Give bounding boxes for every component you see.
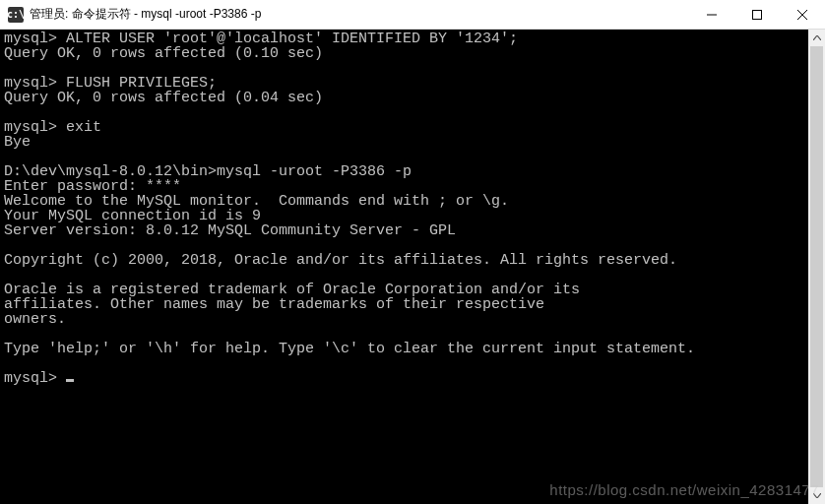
scroll-down-button[interactable]: [808, 487, 825, 504]
minimize-icon: [707, 10, 717, 20]
close-icon: [797, 10, 807, 20]
scroll-track[interactable]: [808, 46, 825, 487]
window-titlebar: c:\ 管理员: 命令提示符 - mysql -uroot -P3386 -p: [0, 0, 825, 30]
window-title: 管理员: 命令提示符 - mysql -uroot -P3386 -p: [30, 6, 689, 23]
scroll-up-button[interactable]: [808, 30, 825, 46]
svg-rect-1: [753, 10, 762, 19]
close-button[interactable]: [780, 0, 825, 29]
scroll-thumb[interactable]: [810, 46, 823, 487]
cmd-icon: c:\: [8, 7, 24, 23]
window-controls: [689, 0, 825, 29]
terminal-cursor: [66, 379, 74, 382]
maximize-icon: [752, 10, 762, 20]
vertical-scrollbar[interactable]: [808, 30, 825, 504]
chevron-down-icon: [813, 493, 821, 498]
chevron-up-icon: [813, 35, 821, 40]
minimize-button[interactable]: [689, 0, 734, 29]
terminal-output[interactable]: mysql> ALTER USER 'root'@'localhost' IDE…: [0, 30, 808, 504]
maximize-button[interactable]: [734, 0, 780, 29]
